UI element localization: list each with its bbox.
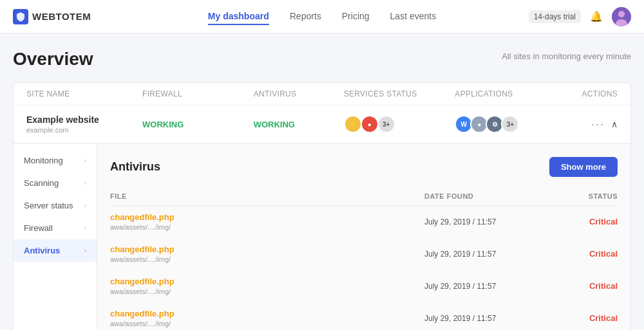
file-row-2: changedfile.php awa/assets/..../img/ Jul… bbox=[110, 238, 618, 270]
file-path-3: awa/assets/..../img/ bbox=[110, 288, 424, 295]
date-found-1: July 29, 2019 / 11:57 bbox=[424, 217, 553, 226]
file-table-header: File Date found Status bbox=[110, 187, 618, 206]
sidebar-item-firewall[interactable]: Firewall › bbox=[14, 217, 97, 239]
file-info-3: changedfile.php awa/assets/..../img/ bbox=[110, 277, 424, 295]
expanded-inner: Monitoring › Scanning › Server status › … bbox=[14, 144, 630, 330]
expanded-section: Monitoring › Scanning › Server status › … bbox=[14, 143, 630, 330]
site-row: Example website example.com WORKING WORK… bbox=[14, 105, 630, 143]
page-subtitle: All sites in monitoring every minute bbox=[502, 51, 631, 61]
site-url: example.com bbox=[26, 126, 142, 134]
file-path-4: awa/assets/..../img/ bbox=[110, 320, 424, 327]
svc-icon-1: ⚡ bbox=[344, 115, 362, 133]
status-2: Critical bbox=[553, 249, 618, 259]
nav-pricing[interactable]: Pricing bbox=[342, 8, 370, 25]
table-header: Site name Firewall Antivirus Services st… bbox=[14, 83, 630, 105]
file-name-1[interactable]: changedfile.php bbox=[110, 212, 424, 222]
col-antivirus: Antivirus bbox=[254, 89, 344, 98]
expand-chevron[interactable]: ∧ bbox=[611, 119, 618, 129]
file-row-4: changedfile.php awa/assets/..../img/ Jul… bbox=[110, 302, 618, 330]
col-firewall: Firewall bbox=[142, 89, 254, 98]
overview-card: Site name Firewall Antivirus Services st… bbox=[13, 82, 631, 330]
app-more: 3+ bbox=[501, 115, 519, 133]
chevron-right-icon: › bbox=[84, 225, 86, 232]
file-info-1: changedfile.php awa/assets/..../img/ bbox=[110, 212, 424, 231]
actions-cell: ··· ∧ bbox=[566, 118, 618, 131]
nav-events[interactable]: Last events bbox=[390, 8, 437, 25]
file-path-1: awa/assets/..../img/ bbox=[110, 223, 424, 231]
logo-icon bbox=[13, 9, 28, 24]
content-panel: Antivirus Show more File Date found Stat… bbox=[97, 144, 630, 330]
file-row-1: changedfile.php awa/assets/..../img/ Jul… bbox=[110, 206, 618, 238]
site-name: Example website bbox=[26, 115, 142, 125]
app-icons: W ● ⚙ 3+ bbox=[455, 115, 566, 133]
col-file: File bbox=[110, 192, 424, 200]
file-name-4[interactable]: changedfile.php bbox=[110, 309, 424, 318]
sidebar: Monitoring › Scanning › Server status › … bbox=[14, 144, 97, 330]
service-icons: ⚡ ● 3+ bbox=[344, 115, 455, 133]
antivirus-status: WORKING bbox=[254, 120, 344, 129]
file-info-2: changedfile.php awa/assets/..../img/ bbox=[110, 244, 424, 263]
sidebar-item-scanning[interactable]: Scanning › bbox=[14, 172, 97, 194]
chevron-right-icon: › bbox=[84, 247, 86, 254]
sidebar-item-server-status[interactable]: Server status › bbox=[14, 194, 97, 217]
chevron-right-icon: › bbox=[84, 179, 86, 187]
date-found-3: July 29, 2019 / 11:57 bbox=[424, 282, 553, 291]
show-more-button[interactable]: Show more bbox=[549, 157, 618, 177]
col-services: Services status bbox=[344, 89, 455, 98]
avatar[interactable] bbox=[612, 7, 631, 26]
main-content: Overview All sites in monitoring every m… bbox=[0, 33, 644, 330]
main-nav: My dashboard Reports Pricing Last events bbox=[208, 8, 436, 25]
col-site-name: Site name bbox=[26, 89, 142, 98]
header-right: 14-days trial 🔔 bbox=[529, 7, 631, 26]
sidebar-item-antivirus[interactable]: Antivirus › bbox=[14, 239, 97, 262]
nav-reports[interactable]: Reports bbox=[290, 8, 321, 25]
header: WEBTOTEM My dashboard Reports Pricing La… bbox=[0, 0, 644, 33]
date-found-4: July 29, 2019 / 11:57 bbox=[424, 314, 553, 323]
svg-point-1 bbox=[618, 11, 625, 17]
content-title: Antivirus bbox=[110, 160, 160, 174]
status-4: Critical bbox=[553, 313, 618, 323]
col-apps: Applications bbox=[455, 89, 566, 98]
content-header: Antivirus Show more bbox=[110, 157, 618, 177]
logo: WEBTOTEM bbox=[13, 9, 91, 24]
col-actions: Actions bbox=[566, 89, 618, 98]
svc-more: 3+ bbox=[377, 115, 395, 133]
status-3: Critical bbox=[553, 281, 618, 291]
firewall-status: WORKING bbox=[142, 120, 254, 129]
page-title: Overview bbox=[13, 49, 93, 69]
nav-dashboard[interactable]: My dashboard bbox=[208, 8, 269, 25]
chevron-right-icon: › bbox=[84, 157, 86, 164]
status-1: Critical bbox=[553, 217, 618, 226]
file-row-3: changedfile.php awa/assets/..../img/ Jul… bbox=[110, 270, 618, 302]
page-header: Overview All sites in monitoring every m… bbox=[13, 49, 631, 69]
sidebar-item-monitoring[interactable]: Monitoring › bbox=[14, 149, 97, 172]
file-name-3[interactable]: changedfile.php bbox=[110, 277, 424, 286]
file-path-2: awa/assets/..../img/ bbox=[110, 255, 424, 263]
chevron-right-icon: › bbox=[84, 202, 86, 209]
trial-badge: 14-days trial bbox=[529, 10, 581, 23]
date-found-2: July 29, 2019 / 11:57 bbox=[424, 250, 553, 259]
more-button[interactable]: ··· bbox=[591, 118, 605, 131]
file-name-2[interactable]: changedfile.php bbox=[110, 244, 424, 254]
site-info: Example website example.com bbox=[26, 115, 142, 134]
bell-icon[interactable]: 🔔 bbox=[590, 10, 603, 23]
logo-text: WEBTOTEM bbox=[32, 11, 91, 22]
file-info-4: changedfile.php awa/assets/..../img/ bbox=[110, 309, 424, 327]
col-date-found: Date found bbox=[424, 192, 553, 200]
col-status: Status bbox=[553, 192, 618, 200]
svc-icon-2: ● bbox=[361, 115, 379, 133]
